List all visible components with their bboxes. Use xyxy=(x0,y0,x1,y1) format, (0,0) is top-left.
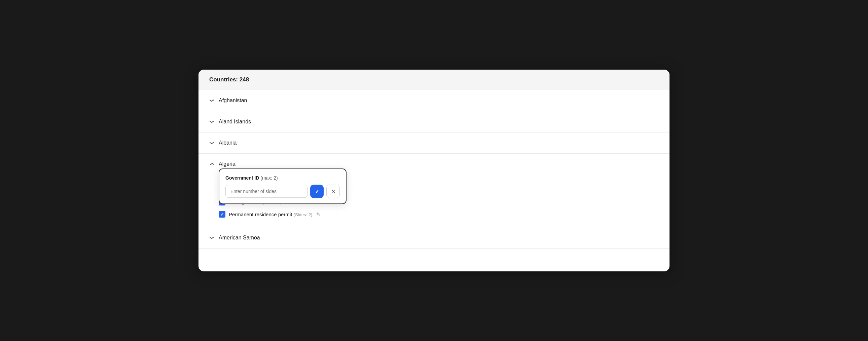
country-name-algeria: Algeria xyxy=(219,161,236,167)
document-item-gov-id: ✓ Government ID (Sides: 2) ✎ Government … xyxy=(209,172,659,184)
popup-cancel-button[interactable]: ✕ xyxy=(326,185,340,198)
main-container: Countries: 248 ❯ Afghanistan ❯ Aland Isl… xyxy=(198,70,670,271)
country-header-afghanistan[interactable]: ❯ Afghanistan xyxy=(209,90,659,111)
header-title: Countries: 248 xyxy=(209,76,249,83)
country-header-american-samoa[interactable]: ❯ American Samoa xyxy=(209,227,659,248)
countries-list: ❯ Afghanistan ❯ Aland Islands ❯ Albania … xyxy=(198,90,670,249)
document-label-perm-residence: Permanent residence permit (Sides: 2) xyxy=(229,212,312,217)
country-row-aland-islands: ❯ Aland Islands xyxy=(198,111,670,132)
confirm-check-icon: ✓ xyxy=(315,188,319,195)
chevron-up-icon-algeria: ❯ xyxy=(210,161,214,167)
edit-popup-gov-id: Government ID (max: 2) ✓ ✕ xyxy=(219,168,346,204)
chevron-down-icon-afghanistan: ❯ xyxy=(210,98,214,103)
country-name-albania: Albania xyxy=(219,140,237,146)
country-name-afghanistan: Afghanistan xyxy=(219,97,247,103)
algeria-items: ✓ Government ID (Sides: 2) ✎ Government … xyxy=(209,172,659,227)
country-row-algeria: ❯ Algeria ✓ Government ID (Sides: 2) ✎ xyxy=(198,154,670,227)
country-name-aland-islands: Aland Islands xyxy=(219,119,251,125)
chevron-down-icon-american-samoa: ❯ xyxy=(210,235,214,241)
country-row-afghanistan: ❯ Afghanistan xyxy=(198,90,670,111)
chevron-down-icon-aland-islands: ❯ xyxy=(210,119,214,124)
chevron-down-icon-albania: ❯ xyxy=(210,140,214,146)
country-row-albania: ❯ Albania xyxy=(198,132,670,154)
country-header-aland-islands[interactable]: ❯ Aland Islands xyxy=(209,111,659,132)
popup-input-row: ✓ ✕ xyxy=(225,185,340,198)
header-bar: Countries: 248 xyxy=(198,70,670,90)
document-sides-perm-residence: (Sides: 2) xyxy=(294,212,313,217)
popup-title-regular: (max: 2) xyxy=(259,175,278,181)
checkbox-check-perm-residence: ✓ xyxy=(220,212,224,217)
popup-title: Government ID (max: 2) xyxy=(225,175,340,181)
cancel-x-icon: ✕ xyxy=(331,188,335,195)
edit-icon-perm-residence[interactable]: ✎ xyxy=(316,212,320,217)
document-item-perm-residence: ✓ Permanent residence permit (Sides: 2) … xyxy=(209,208,659,220)
country-row-american-samoa: ❯ American Samoa xyxy=(198,227,670,249)
popup-title-bold: Government ID xyxy=(225,175,259,181)
country-header-albania[interactable]: ❯ Albania xyxy=(209,132,659,153)
checkbox-perm-residence[interactable]: ✓ xyxy=(219,211,225,218)
sides-input[interactable] xyxy=(225,185,308,198)
country-name-american-samoa: American Samoa xyxy=(219,235,260,241)
popup-confirm-button[interactable]: ✓ xyxy=(310,185,324,198)
